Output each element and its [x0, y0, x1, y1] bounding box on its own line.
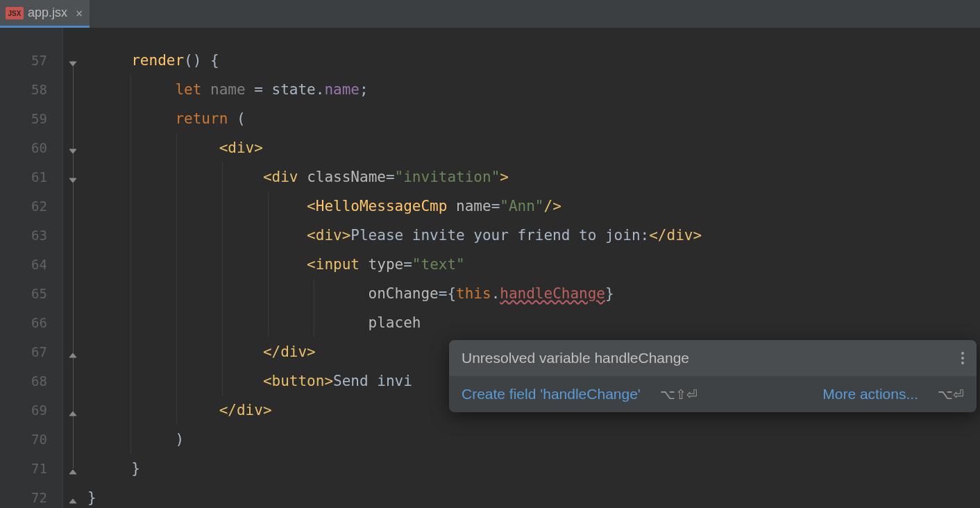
code-line[interactable]: let name = state.name;: [82, 75, 980, 104]
fold-marker-close[interactable]: [63, 396, 82, 425]
create-field-action[interactable]: Create field 'handleChange': [462, 386, 641, 403]
inspection-popup: Unresolved variable handleChange Create …: [449, 340, 977, 412]
line-number[interactable]: 68: [0, 366, 62, 396]
fold-marker-open[interactable]: [63, 133, 82, 162]
fold-gutter: [62, 28, 82, 508]
line-number[interactable]: 63: [0, 221, 62, 250]
line-number[interactable]: 62: [0, 192, 62, 221]
line-number[interactable]: 67: [0, 337, 62, 366]
line-number[interactable]: 65: [0, 279, 62, 308]
line-number[interactable]: 64: [0, 250, 62, 279]
code-line[interactable]: <div>: [82, 133, 980, 162]
fold-marker-close[interactable]: [63, 337, 82, 366]
code-line[interactable]: <HelloMessageCmp name="Ann"/>: [82, 192, 980, 221]
code-line[interactable]: <div className="invitation">: [82, 162, 980, 192]
popup-title: Unresolved variable handleChange: [462, 350, 689, 366]
fold-marker-close[interactable]: [63, 483, 82, 508]
more-options-icon[interactable]: [961, 352, 964, 364]
line-number[interactable]: 59: [0, 104, 62, 133]
code-line[interactable]: return (: [82, 104, 980, 133]
fold-marker-close[interactable]: [63, 454, 82, 483]
code-line[interactable]: onChange={this.handleChange}: [82, 279, 980, 308]
line-number[interactable]: 70: [0, 425, 62, 454]
code-line[interactable]: }: [82, 483, 980, 508]
code-line[interactable]: placeh: [82, 308, 980, 337]
shortcut-hint: ⌥⇧⏎: [660, 387, 698, 403]
line-number-gutter: 57 58 59 60 61 62 63 64 65 66 67 68 69 7…: [0, 28, 62, 508]
fold-marker-open[interactable]: [63, 162, 82, 192]
code-line[interactable]: <input type="text": [82, 250, 980, 279]
line-number[interactable]: 69: [0, 396, 62, 425]
fold-marker-open[interactable]: [63, 46, 82, 75]
svg-text:JSX: JSX: [8, 10, 22, 17]
editor-area: 57 58 59 60 61 62 63 64 65 66 67 68 69 7…: [0, 28, 980, 508]
line-number[interactable]: 57: [0, 46, 62, 75]
close-tab-icon[interactable]: ×: [76, 6, 83, 20]
shortcut-hint: ⌥⏎: [938, 387, 964, 403]
popup-header: Unresolved variable handleChange: [449, 340, 977, 376]
line-number[interactable]: 58: [0, 75, 62, 104]
line-number[interactable]: 72: [0, 483, 62, 508]
file-tab[interactable]: JSX app.jsx ×: [0, 0, 90, 28]
code-line[interactable]: render() {: [82, 46, 980, 75]
code-line[interactable]: <div>Please invite your friend to join:<…: [82, 221, 980, 250]
tab-bar: JSX app.jsx ×: [0, 0, 980, 28]
jsx-file-icon: JSX: [6, 7, 24, 19]
line-number[interactable]: 61: [0, 162, 62, 192]
line-number[interactable]: 71: [0, 454, 62, 483]
error-token[interactable]: handleChange: [500, 285, 605, 302]
line-number[interactable]: 60: [0, 133, 62, 162]
line-number[interactable]: 66: [0, 308, 62, 337]
popup-body: Create field 'handleChange' ⌥⇧⏎ More act…: [449, 376, 977, 412]
code-line[interactable]: }: [82, 454, 980, 483]
code-area[interactable]: render() { let name = state.name; return…: [82, 28, 980, 508]
more-actions-link[interactable]: More actions...: [822, 386, 918, 403]
code-line[interactable]: ): [82, 425, 980, 454]
tab-filename: app.jsx: [28, 6, 67, 20]
